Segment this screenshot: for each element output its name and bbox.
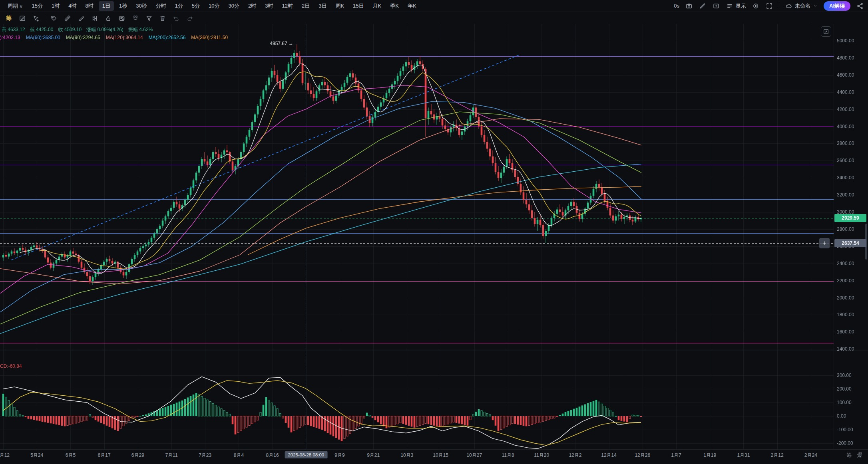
time-tick-label: 9月21 — [367, 452, 380, 459]
time-tick-label: 2月12 — [771, 452, 784, 459]
time-tick-label: 11月8 — [502, 452, 514, 459]
bookmark-tool[interactable] — [49, 14, 59, 23]
period-button-3时[interactable]: 3时 — [261, 1, 277, 11]
price-tick-label: 4000.00 — [837, 124, 865, 129]
macd-tick-label: -200.00 — [837, 440, 865, 446]
fullscreen-icon[interactable] — [765, 2, 773, 10]
time-tick-label: 1月7 — [671, 452, 681, 459]
period-button-年K[interactable]: 年K — [404, 1, 420, 11]
redo-button[interactable] — [185, 14, 195, 23]
ma-legend-value: MA(360):2811.50 — [191, 35, 228, 40]
period-button-1时[interactable]: 1时 — [48, 1, 63, 11]
chevron-down-icon — [812, 2, 818, 10]
price-tick-label: 3200.00 — [837, 192, 865, 198]
edit-pencil-icon[interactable] — [699, 2, 707, 10]
chip-pane-button[interactable]: 筹 — [846, 452, 852, 459]
period-selector: 周期∨15分1时4时8时1日1秒30秒分时1分5分10分30分2时3时12时2日… — [4, 1, 420, 11]
magnet-tool[interactable] — [131, 14, 140, 23]
list-icon — [726, 2, 734, 10]
open-in-window-icon[interactable] — [712, 2, 720, 10]
price-tick-label: 4400.00 — [837, 89, 865, 95]
lock-tool[interactable] — [104, 14, 113, 23]
time-tick-label: 10月3 — [400, 452, 413, 459]
price-tick-label: 1400.00 — [837, 346, 865, 352]
chart-canvas[interactable] — [0, 0, 868, 464]
period-button-8时[interactable]: 8时 — [82, 1, 97, 11]
price-tick-label: 4200.00 — [837, 107, 865, 112]
trading-app: 周期∨15分1时4时8时1日1秒30秒分时1分5分10分30分2时3时12时2日… — [0, 0, 868, 464]
price-tick-label: 4600.00 — [837, 72, 865, 78]
brush-tool[interactable] — [76, 14, 86, 23]
chevron-down-icon: ∨ — [19, 3, 23, 9]
time-tick-label: 12月14 — [601, 452, 617, 459]
time-tick-label: 5月24 — [30, 452, 43, 459]
toolbar-divider — [779, 3, 779, 9]
time-tick-label: 12月26 — [635, 452, 650, 459]
period-button-月K[interactable]: 月K — [369, 1, 385, 11]
price-tick-label: 2800.00 — [837, 226, 865, 232]
price-tick-label: 2400.00 — [837, 261, 865, 266]
price-tick-label: 4800.00 — [837, 55, 865, 61]
period-button-15日[interactable]: 15日 — [349, 1, 367, 11]
add-order-icon[interactable] — [819, 238, 830, 248]
chip-distribution-tool[interactable]: 筹 — [4, 14, 14, 23]
ma-legend-value: MA(60):3685.00 — [26, 35, 60, 40]
selected-line-price-badge: 2637.54 — [834, 239, 866, 247]
period-button-3日[interactable]: 3日 — [315, 1, 330, 11]
period-button-季K[interactable]: 季K — [386, 1, 402, 11]
toolbar-right: 0s显示未命名AI解读 — [674, 1, 864, 11]
time-tick-label: 5月12 — [0, 452, 10, 459]
time-tick-label: 7月23 — [199, 452, 211, 459]
ohlc-value: 低 4425.00 — [30, 27, 54, 32]
price-tick-label: 2200.00 — [837, 278, 865, 284]
pane-edit-tool[interactable] — [18, 14, 27, 23]
ohlc-value: 高 4633.12 — [2, 27, 25, 32]
macd-tick-label: -100.00 — [837, 427, 865, 432]
ohlc-value: 振幅 4.62% — [128, 27, 153, 32]
period-button-1分[interactable]: 1分 — [171, 1, 187, 11]
period-button-1秒[interactable]: 1秒 — [115, 1, 131, 11]
ohlc-legend: 高 4633.12低 4425.00收 4509.10涨幅 0.09%(4.26… — [2, 26, 157, 33]
period-button-2时[interactable]: 2时 — [245, 1, 260, 11]
liquidation-pane-button[interactable]: 爆 — [857, 452, 862, 459]
bottom-corner-buttons: 筹爆 — [846, 452, 862, 459]
time-tick-label: 6月5 — [66, 452, 76, 459]
period-button-2日[interactable]: 2日 — [298, 1, 313, 11]
trash-tool[interactable] — [158, 14, 167, 23]
layout-menu[interactable]: 未命名 — [785, 2, 818, 10]
display-menu[interactable]: 显示 — [726, 2, 746, 10]
peak-price-annotation: 4957.67 → — [252, 41, 293, 46]
time-tick-label: 1月19 — [703, 452, 716, 459]
period-button-12时[interactable]: 12时 — [279, 1, 297, 11]
period-button-周K[interactable]: 周K — [332, 1, 348, 11]
ai-analysis-button[interactable]: AI解读 — [824, 1, 850, 11]
drawing-toolbar: 筹 — [0, 12, 868, 24]
note-tool[interactable] — [117, 14, 127, 23]
macd-tick-label: 0.00 — [837, 413, 865, 419]
cursor-plus-tool[interactable] — [31, 14, 41, 23]
toolbar-divider — [45, 15, 45, 21]
period-button-4时[interactable]: 4时 — [65, 1, 80, 11]
period-button-5分[interactable]: 5分 — [188, 1, 203, 11]
price-tick-label: 3800.00 — [837, 141, 865, 146]
ma-legend: ):4202.13MA(60):3685.00MA(90):3294.65MA(… — [0, 35, 233, 40]
period-button-1日[interactable]: 1日 — [99, 1, 114, 11]
period-button-周期[interactable]: 周期∨ — [4, 1, 27, 11]
pane-maximize-icon[interactable] — [821, 26, 831, 37]
camera-icon[interactable] — [685, 2, 693, 10]
period-button-分时[interactable]: 分时 — [152, 1, 170, 11]
filter-tool[interactable] — [144, 14, 154, 23]
target-icon[interactable] — [752, 2, 760, 10]
ruler-tool[interactable] — [63, 14, 72, 23]
period-button-10分[interactable]: 10分 — [205, 1, 223, 11]
macd-tick-label: 100.00 — [837, 400, 865, 405]
top-toolbar: 周期∨15分1时4时8时1日1秒30秒分时1分5分10分30分2时3时12时2日… — [0, 0, 868, 12]
share-icon[interactable] — [856, 2, 864, 10]
macd-tick-label: 300.00 — [837, 373, 865, 378]
undo-button[interactable] — [171, 14, 181, 23]
macd-value-label: CD:-60.84 — [0, 363, 22, 369]
fib-tool[interactable] — [90, 14, 100, 23]
period-button-30秒[interactable]: 30秒 — [132, 1, 150, 11]
period-button-30分[interactable]: 30分 — [225, 1, 243, 11]
period-button-15分[interactable]: 15分 — [28, 1, 46, 11]
